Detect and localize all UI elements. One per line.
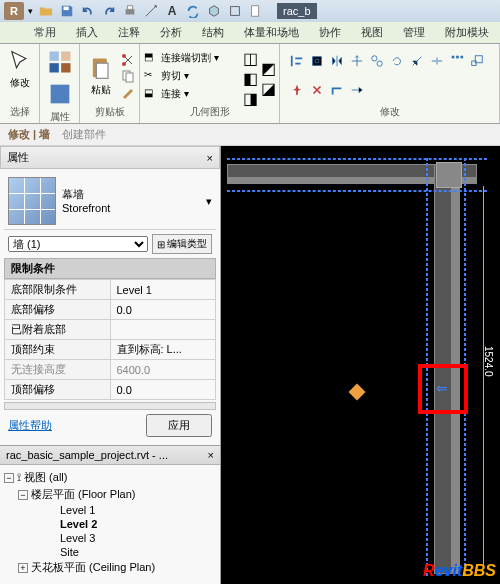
param-value[interactable]: 直到标高: L... — [110, 340, 216, 360]
split-icon[interactable] — [430, 54, 444, 68]
properties-title: 属性 — [7, 150, 29, 165]
tab-manage[interactable]: 管理 — [393, 22, 435, 43]
tab-structure[interactable]: 结构 — [192, 22, 234, 43]
modify-button[interactable]: 修改 — [2, 48, 38, 90]
tab-insert[interactable]: 插入 — [66, 22, 108, 43]
undo-icon[interactable] — [79, 3, 97, 19]
geom-icon-1[interactable]: ◫ — [243, 49, 257, 63]
tree-level-2[interactable]: Level 2 — [4, 517, 216, 531]
param-value[interactable]: Level 1 — [110, 280, 216, 300]
svg-rect-19 — [456, 56, 459, 59]
tab-massing[interactable]: 体量和场地 — [234, 22, 309, 43]
properties-header[interactable]: 属性 × — [0, 146, 220, 169]
edit-type-button[interactable]: ⊞编辑类型 — [152, 234, 212, 254]
measure-icon[interactable] — [142, 3, 160, 19]
delete-icon[interactable] — [310, 83, 324, 97]
app-logo[interactable]: R — [4, 2, 24, 20]
geom-icon-2[interactable]: ◧ — [243, 69, 257, 83]
tab-addins[interactable]: 附加模块 — [435, 22, 499, 43]
close-icon[interactable]: × — [207, 152, 213, 164]
copy-icon[interactable] — [121, 69, 135, 83]
type-name: 幕墙 Storefront — [62, 187, 110, 216]
tab-annotate[interactable]: 注释 — [108, 22, 150, 43]
props-scrollbar[interactable] — [4, 402, 216, 410]
context-modify-wall[interactable]: 修改 | 墙 — [8, 127, 50, 142]
constraints-header[interactable]: 限制条件 — [4, 258, 216, 279]
context-create-parts[interactable]: 创建部件 — [62, 127, 106, 142]
sync-icon[interactable] — [184, 3, 202, 19]
section-icon[interactable] — [226, 3, 244, 19]
type-properties-icon[interactable] — [46, 80, 74, 108]
join-button[interactable]: ⬓连接 ▾ — [144, 86, 239, 102]
panel-modify: 修改 — [280, 44, 500, 123]
svg-rect-18 — [452, 56, 455, 59]
tab-collab[interactable]: 协作 — [309, 22, 351, 43]
save-icon[interactable] — [58, 3, 76, 19]
chevron-down-icon[interactable]: ▾ — [206, 195, 212, 208]
geom-icon-5[interactable]: ◪ — [261, 79, 275, 93]
tab-home[interactable]: 常用 — [24, 22, 66, 43]
svg-rect-1 — [126, 9, 135, 14]
panel-select-label: 选择 — [4, 105, 35, 119]
copy-mod-icon[interactable] — [370, 54, 384, 68]
tree-views[interactable]: −⟟ 视图 (all) — [4, 469, 216, 486]
ribbon: 修改 选择 属性 粘贴 剪贴板 ⬒连接端切割 ▾ — [0, 44, 500, 124]
align-icon[interactable] — [290, 54, 304, 68]
cut-icon[interactable] — [121, 53, 135, 67]
browser-header[interactable]: rac_basic_sample_project.rvt - ... × — [0, 446, 220, 465]
properties-help-link[interactable]: 属性帮助 — [8, 418, 138, 433]
sheet-icon[interactable] — [247, 3, 265, 19]
move-icon[interactable] — [350, 54, 364, 68]
dimension-line — [483, 186, 484, 566]
wall-corner — [436, 162, 462, 188]
pin-icon[interactable] — [290, 83, 304, 97]
svg-point-12 — [122, 62, 126, 66]
trim-icon[interactable] — [410, 54, 424, 68]
tree-level-1[interactable]: Level 1 — [4, 503, 216, 517]
mirror-icon[interactable] — [330, 54, 344, 68]
svg-rect-7 — [49, 63, 58, 72]
app-menu-dropdown[interactable]: ▾ — [28, 6, 33, 16]
drawing-canvas[interactable]: ⇐ 1524.0 RevitBBS — [221, 146, 500, 584]
warning-icon[interactable] — [349, 384, 366, 401]
cope-button[interactable]: ⬒连接端切割 ▾ — [144, 50, 239, 66]
scale-icon[interactable] — [470, 54, 484, 68]
paste-button[interactable]: 粘贴 — [84, 55, 117, 97]
tab-view[interactable]: 视图 — [351, 22, 393, 43]
close-icon[interactable]: × — [208, 449, 214, 461]
offset-icon[interactable] — [310, 54, 324, 68]
3d-view-icon[interactable] — [205, 3, 223, 19]
corner-icon[interactable] — [330, 83, 344, 97]
rotate-icon[interactable] — [390, 54, 404, 68]
param-value[interactable]: 0.0 — [110, 380, 216, 400]
param-value: 6400.0 — [110, 360, 216, 380]
table-row: 无连接高度6400.0 — [5, 360, 216, 380]
array-icon[interactable] — [450, 54, 464, 68]
text-icon[interactable]: A — [163, 3, 181, 19]
table-row: 底部偏移0.0 — [5, 300, 216, 320]
cut-geom-button[interactable]: ✂剪切 ▾ — [144, 68, 239, 84]
tree-site[interactable]: Site — [4, 545, 216, 559]
tree-level-3[interactable]: Level 3 — [4, 531, 216, 545]
svg-rect-2 — [127, 6, 132, 10]
tree-floor-plans[interactable]: −楼层平面 (Floor Plan) — [4, 486, 216, 503]
type-selector[interactable]: 幕墙 Storefront ▾ — [4, 173, 216, 230]
apply-button[interactable]: 应用 — [146, 414, 212, 437]
instance-filter[interactable]: 墙 (1) — [8, 236, 148, 252]
properties-icon[interactable] — [46, 48, 74, 76]
redo-icon[interactable] — [100, 3, 118, 19]
table-row: 底部限制条件Level 1 — [5, 280, 216, 300]
param-value — [110, 320, 216, 340]
geom-icon-4[interactable]: ◩ — [261, 59, 275, 73]
panel-select: 修改 选择 — [0, 44, 40, 123]
param-value[interactable]: 0.0 — [110, 300, 216, 320]
contextual-tab: 修改 | 墙 创建部件 — [0, 124, 500, 146]
tab-analyze[interactable]: 分析 — [150, 22, 192, 43]
geom-icon-3[interactable]: ◨ — [243, 89, 257, 103]
extend-icon[interactable] — [350, 83, 364, 97]
print-icon[interactable] — [121, 3, 139, 19]
match-icon[interactable] — [121, 85, 135, 99]
open-icon[interactable] — [37, 3, 55, 19]
tree-ceiling-plans[interactable]: +天花板平面 (Ceiling Plan) — [4, 559, 216, 576]
dimension-value[interactable]: 1524.0 — [483, 346, 494, 377]
